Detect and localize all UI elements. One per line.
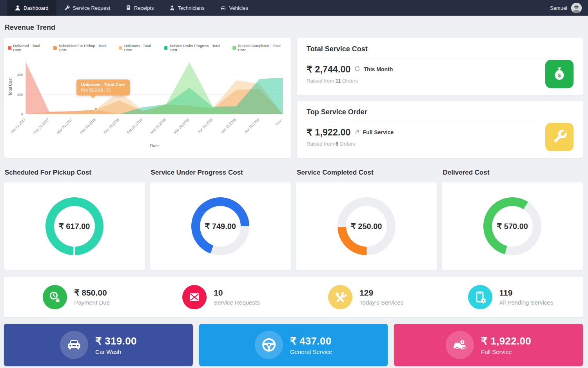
user-menu[interactable]: Samuel	[550, 3, 582, 13]
top-grid: Delivered - Total CostScheduled For Pick…	[4, 38, 583, 158]
legend-label: Service Under Progress - Total Cost	[169, 43, 226, 52]
money-bag-icon: $	[545, 60, 573, 88]
donut-value: ₹ 570.00	[497, 222, 528, 231]
stat-label: Service Requests	[214, 299, 260, 306]
svg-text:0: 0	[21, 112, 23, 116]
revenue-trend-chart-card: Delivered - Total CostScheduled For Pick…	[4, 38, 291, 158]
donut-value: ₹ 617.00	[59, 222, 90, 231]
top-service-order-card: Top Service Order ₹ 1,922.00 Full Servic…	[297, 101, 583, 158]
nav-item-label: Receipts	[134, 5, 154, 11]
donut-col-delivered: Delivered Cost ₹ 570.00	[442, 169, 583, 270]
car-wash-card[interactable]: ₹ 319.00 Car Wash	[4, 324, 193, 366]
legend-swatch	[8, 46, 11, 50]
raised-from-text: Raised from 11 Orders	[307, 78, 393, 84]
service-label: Car Wash	[95, 348, 137, 355]
stat-service-requests: 10 Service Requests	[149, 285, 293, 309]
svg-text:Feb 09,2018: Feb 09,2018	[80, 117, 96, 134]
legend-item[interactable]: Unknown - Total Cost	[119, 43, 158, 52]
nav-item-dashboard[interactable]: Dashboard	[7, 0, 56, 16]
legend-swatch	[119, 46, 122, 50]
svg-text:Feb 15,2018: Feb 15,2018	[103, 117, 120, 134]
period-label: This Month	[364, 66, 393, 72]
nav-item-technicians[interactable]: Technicians	[162, 0, 212, 16]
legend-item[interactable]: Scheduled For Pickup - Total Cost	[53, 43, 113, 52]
stat-value: ₹ 850.00	[74, 288, 110, 298]
legend-item[interactable]: Service Under Progress - Total Cost	[164, 43, 226, 52]
top-nav: Dashboard Service Request Receipts Techn…	[0, 0, 588, 16]
wrench-icon	[64, 5, 70, 11]
service-card-row: ₹ 319.00 Car Wash ₹ 437.00 General Servi…	[4, 324, 583, 366]
mail-icon	[182, 285, 207, 309]
total-service-cost-amount: ₹ 2,744.00	[307, 64, 351, 75]
card-title: Total Service Cost	[307, 45, 573, 59]
donut-col-completed: Service Completed Cost ₹ 250.00	[296, 169, 437, 270]
donut-value: ₹ 250.00	[351, 222, 382, 231]
raised-from-text: Raised from 6 Orders	[307, 141, 394, 147]
svg-text:Jan 12,2017: Jan 12,2017	[10, 117, 27, 134]
legend-swatch	[232, 46, 236, 50]
legend-item[interactable]: Service Completed - Total Cost	[232, 43, 287, 52]
donut-chart: ₹ 250.00	[338, 197, 396, 255]
stat-label: Today's Services	[359, 299, 403, 306]
full-service-card[interactable]: ₹ 1,922.00 Full Service	[394, 324, 583, 366]
completed-donut-card: ₹ 250.00	[296, 182, 437, 270]
stat-payment-due: ₹ 850.00 Payment Due	[4, 285, 149, 309]
svg-text:Apr 18,2018: Apr 18,2018	[243, 117, 260, 134]
service-amount: ₹ 1,922.00	[481, 335, 531, 347]
under-progress-donut-card: ₹ 749.00	[150, 182, 291, 270]
history-clock-icon	[354, 66, 360, 73]
donut-chart: ₹ 570.00	[483, 197, 541, 255]
nav-item-vehicles[interactable]: Vehicles	[212, 0, 256, 16]
legend-label: Scheduled For Pickup - Total Cost	[59, 43, 113, 52]
top-service-name: Full Service	[363, 129, 394, 135]
svg-text:Apr 10,2018: Apr 10,2018	[197, 117, 213, 134]
tooltip-series-name: Unknown - Total Cost	[81, 82, 125, 87]
user-name: Samuel	[550, 5, 567, 11]
service-amount: ₹ 437.00	[290, 335, 332, 347]
legend-item[interactable]: Delivered - Total Cost	[8, 43, 47, 52]
svg-text:Feb 22,2018: Feb 22,2018	[126, 117, 143, 134]
tools-icon	[328, 285, 352, 309]
donut-title: Service Under Progress Cost	[151, 169, 291, 177]
svg-text:400: 400	[17, 73, 23, 77]
clock-coins-icon	[43, 285, 67, 309]
stat-label: Payment Due	[74, 299, 110, 306]
top-service-order-amount: ₹ 1,922.00	[307, 127, 351, 138]
legend-swatch	[164, 46, 168, 50]
donut-chart: ₹ 749.00	[191, 197, 249, 255]
stat-all-pending-services: 119 All Pending Services	[438, 285, 583, 309]
stats-band: ₹ 850.00 Payment Due 10 Service Requests…	[4, 277, 583, 317]
car-icon	[220, 5, 226, 11]
stat-value: 10	[214, 288, 260, 298]
service-amount: ₹ 319.00	[95, 335, 137, 347]
nav-item-service-request[interactable]: Service Request	[56, 0, 118, 16]
svg-text:Mar 01,2018: Mar 01,2018	[150, 117, 167, 134]
svg-text:Nov -: Nov -	[275, 117, 284, 126]
svg-text:$: $	[558, 72, 561, 78]
svg-text:Mar 09,2017: Mar 09,2017	[56, 117, 73, 134]
nav-item-label: Service Request	[73, 5, 110, 11]
stat-value: 119	[499, 288, 554, 298]
legend-label: Delivered - Total Cost	[13, 43, 47, 52]
wrench-badge-icon	[545, 123, 573, 151]
avatar	[571, 3, 582, 13]
stat-value: 129	[359, 288, 403, 298]
svg-text:Date: Date	[150, 143, 159, 148]
nav-item-receipts[interactable]: Receipts	[118, 0, 162, 16]
donut-value: ₹ 749.00	[205, 222, 236, 231]
orders-count: 11	[336, 78, 341, 84]
revenue-area-chart: 0200400Jan 12,2017Feb 22,2017Mar 09,2017…	[8, 54, 287, 149]
donut-section: Scheduled For Pickup Cost ₹ 617.00 Servi…	[4, 169, 583, 270]
nav-item-label: Technicians	[178, 5, 205, 11]
svg-text:Total Cost: Total Cost	[8, 78, 13, 96]
donut-title: Delivered Cost	[443, 169, 583, 177]
svg-text:Apr 11,2018: Apr 11,2018	[220, 117, 237, 134]
nav-item-label: Dashboard	[24, 5, 49, 11]
scheduled-pickup-donut-card: ₹ 617.00	[4, 182, 145, 270]
svg-text:Feb 22,2017: Feb 22,2017	[33, 117, 49, 134]
tooltip-value: Feb 09,2018 : 50	[81, 88, 125, 92]
donut-title: Scheduled For Pickup Cost	[5, 169, 145, 177]
general-service-card[interactable]: ₹ 437.00 General Service	[199, 324, 388, 366]
service-label: General Service	[290, 348, 332, 355]
chart-legend: Delivered - Total CostScheduled For Pick…	[8, 43, 287, 52]
